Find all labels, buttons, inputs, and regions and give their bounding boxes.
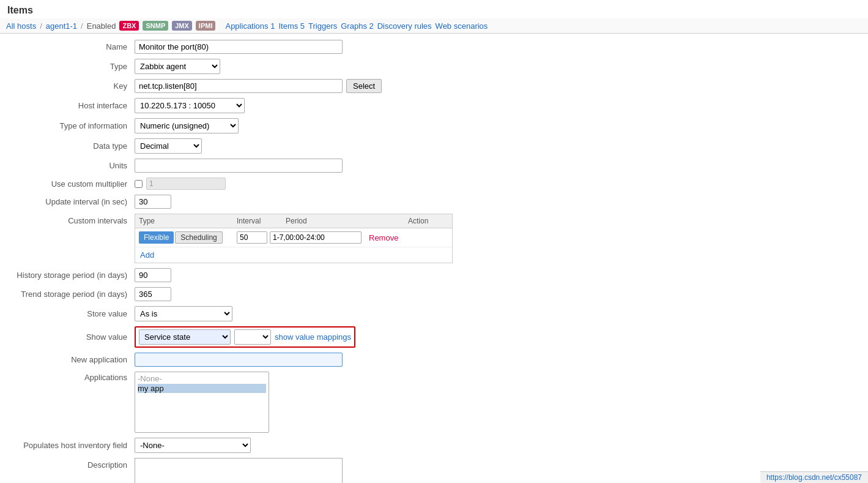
badge-snmp: SNMP — [143, 21, 168, 31]
trend-input[interactable] — [135, 287, 171, 301]
applications-list[interactable]: -None- my app — [135, 372, 269, 433]
update-interval-input[interactable] — [135, 195, 171, 209]
app-myapp-option[interactable]: my app — [138, 384, 266, 394]
history-row: History storage period (in days) — [0, 268, 868, 282]
ci-col-period: Period — [286, 217, 408, 225]
type-of-info-select[interactable]: Numeric (unsigned) — [135, 118, 239, 133]
data-type-row: Data type Decimal — [0, 138, 868, 154]
badge-ipmi: IPMI — [196, 21, 216, 31]
history-label: History storage period (in days) — [0, 271, 135, 280]
status-bar: https://blog.csdn.net/cx55087 — [760, 471, 868, 483]
custom-multiplier-row: Use custom multiplier — [0, 178, 868, 190]
ci-col-type: Type — [139, 217, 237, 225]
key-label: Key — [0, 81, 135, 91]
ci-interval-input[interactable] — [237, 231, 267, 244]
ci-header: Type Interval Period Action — [135, 214, 452, 228]
new-application-row: New application — [0, 353, 868, 367]
store-value-select[interactable]: As is — [135, 306, 232, 321]
data-type-select[interactable]: Decimal — [135, 138, 202, 154]
description-textarea[interactable] — [135, 458, 343, 483]
host-interface-select[interactable]: 10.220.5.173 : 10050 — [135, 98, 245, 113]
badge-zbx: ZBX — [119, 21, 139, 31]
show-value-container: Service state show value mappings — [135, 326, 355, 348]
show-value-row: Show value Service state show value mapp… — [0, 326, 868, 348]
nav-sep2: / — [81, 21, 83, 31]
custom-intervals-row: Custom intervals Type Interval Period Ac… — [0, 214, 868, 263]
ci-add-row: Add — [135, 247, 452, 263]
new-application-label: New application — [0, 355, 135, 364]
scheduling-button[interactable]: Scheduling — [175, 231, 222, 244]
nav-bar: All hosts / agent1-1 / Enabled ZBX SNMP … — [0, 18, 868, 34]
type-of-info-label: Type of information — [0, 121, 135, 130]
show-value-select[interactable]: Service state — [139, 329, 231, 345]
add-link[interactable]: Add — [140, 250, 154, 260]
key-input[interactable] — [135, 79, 343, 93]
show-value-label: Show value — [0, 332, 135, 342]
name-input[interactable] — [135, 40, 343, 54]
nav-all-hosts[interactable]: All hosts — [6, 21, 36, 31]
applications-label: Applications — [0, 372, 135, 382]
show-value-mapping-select[interactable] — [234, 329, 271, 345]
type-row: Type Zabbix agent — [0, 59, 868, 74]
type-label: Type — [0, 62, 135, 71]
description-label: Description — [0, 458, 135, 470]
populates-select[interactable]: -None- — [135, 438, 251, 453]
store-value-label: Store value — [0, 309, 135, 318]
remove-link[interactable]: Remove — [369, 233, 398, 242]
units-row: Units — [0, 159, 868, 173]
history-input[interactable] — [135, 268, 171, 282]
ci-period-input[interactable] — [270, 231, 362, 244]
host-interface-label: Host interface — [0, 101, 135, 110]
nav-agent[interactable]: agent1-1 — [46, 21, 77, 31]
new-application-input[interactable] — [135, 353, 343, 367]
units-label: Units — [0, 161, 135, 170]
ci-col-action: Action — [408, 217, 448, 225]
tab-graphs[interactable]: Graphs 2 — [341, 21, 373, 31]
ci-col-interval: Interval — [237, 217, 286, 225]
applications-row: Applications -None- my app — [0, 372, 868, 433]
form-container: Name Type Zabbix agent Key Select Host i… — [0, 34, 868, 483]
tab-items[interactable]: Items 5 — [278, 21, 305, 31]
populates-row: Populates host inventory field -None- — [0, 438, 868, 453]
tab-discovery[interactable]: Discovery rules — [377, 21, 432, 31]
ci-row: Flexible Scheduling Remove — [135, 228, 452, 247]
trend-row: Trend storage period (in days) — [0, 287, 868, 301]
app-none-option[interactable]: -None- — [138, 374, 266, 384]
type-select[interactable]: Zabbix agent — [135, 59, 220, 74]
name-row: Name — [0, 40, 868, 54]
badge-jmx: JMX — [172, 21, 192, 31]
type-of-info-row: Type of information Numeric (unsigned) — [0, 118, 868, 133]
flexible-button[interactable]: Flexible — [139, 231, 174, 244]
multiplier-value-input[interactable] — [146, 178, 226, 190]
update-interval-row: Update interval (in sec) — [0, 195, 868, 209]
store-value-row: Store value As is — [0, 306, 868, 321]
description-row: Description — [0, 458, 868, 483]
nav-sep1: / — [40, 21, 42, 31]
custom-multiplier-checkbox[interactable] — [135, 180, 143, 188]
custom-intervals-table: Type Interval Period Action Flexible Sch… — [135, 214, 453, 263]
tab-applications[interactable]: Applications 1 — [225, 21, 275, 31]
name-label: Name — [0, 42, 135, 51]
data-type-label: Data type — [0, 141, 135, 151]
host-interface-row: Host interface 10.220.5.173 : 10050 — [0, 98, 868, 113]
status-url: https://blog.csdn.net/cx55087 — [766, 473, 862, 482]
units-input[interactable] — [135, 159, 343, 173]
trend-label: Trend storage period (in days) — [0, 290, 135, 299]
tab-web[interactable]: Web scenarios — [436, 21, 488, 31]
populates-label: Populates host inventory field — [0, 441, 135, 450]
update-interval-label: Update interval (in sec) — [0, 197, 135, 206]
tab-triggers[interactable]: Triggers — [308, 21, 337, 31]
page-title: Items — [0, 0, 868, 18]
key-row: Key Select — [0, 79, 868, 93]
nav-status: Enabled — [87, 21, 116, 31]
custom-multiplier-label: Use custom multiplier — [0, 179, 135, 189]
custom-intervals-label: Custom intervals — [0, 214, 135, 225]
select-button[interactable]: Select — [346, 79, 382, 93]
show-value-mappings-link[interactable]: show value mappings — [275, 332, 351, 342]
